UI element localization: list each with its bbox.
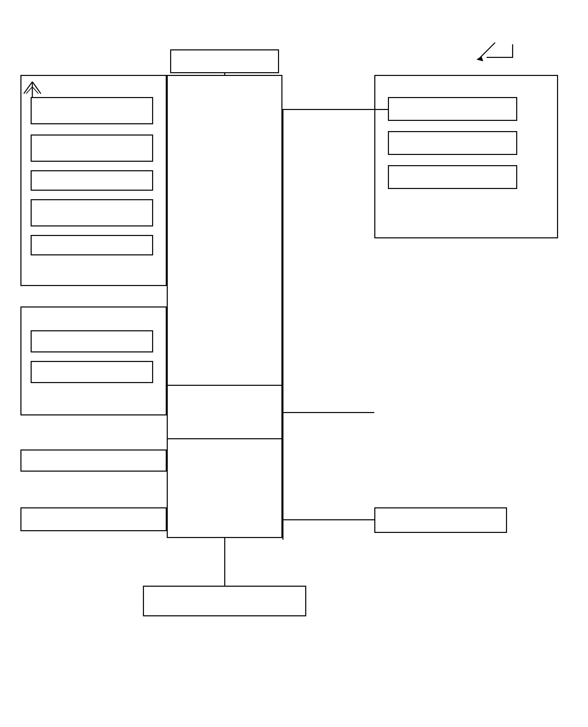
short-range-comm-module-box	[31, 199, 153, 226]
svg-line-0	[480, 43, 495, 58]
svg-line-6	[32, 87, 38, 94]
interface-unit-box	[143, 586, 306, 616]
line-v-right	[282, 109, 283, 540]
line-multimedia-right	[282, 412, 374, 413]
display-module-box	[388, 97, 517, 121]
multimedia-reproduction-module-box	[167, 385, 282, 439]
svg-marker-1	[476, 56, 483, 61]
line-h-output2	[374, 109, 388, 110]
microphone-module-box	[31, 361, 153, 383]
audio-output-module-box	[388, 131, 517, 155]
line-h-to-output	[282, 109, 374, 110]
camera-module-box	[31, 330, 153, 352]
gps-module-box	[31, 235, 153, 255]
sensing-unit-box	[20, 507, 167, 531]
line-ctrl-storage	[282, 519, 374, 520]
svg-line-5	[26, 87, 32, 94]
line-ctrl-interface	[224, 538, 225, 586]
radio-internet-module-box	[31, 170, 153, 191]
broadcasting-reception-module-box	[31, 97, 153, 124]
mobile-comm-module-box	[31, 135, 153, 162]
controller-box	[167, 75, 282, 538]
ref-100-arrow	[470, 39, 497, 66]
power-supply-unit-box	[170, 49, 279, 73]
manipulation-unit-box	[20, 449, 167, 472]
alarm-output-module-box	[388, 165, 517, 189]
line-v-to-output-top	[374, 75, 375, 109]
storage-box	[374, 507, 507, 533]
